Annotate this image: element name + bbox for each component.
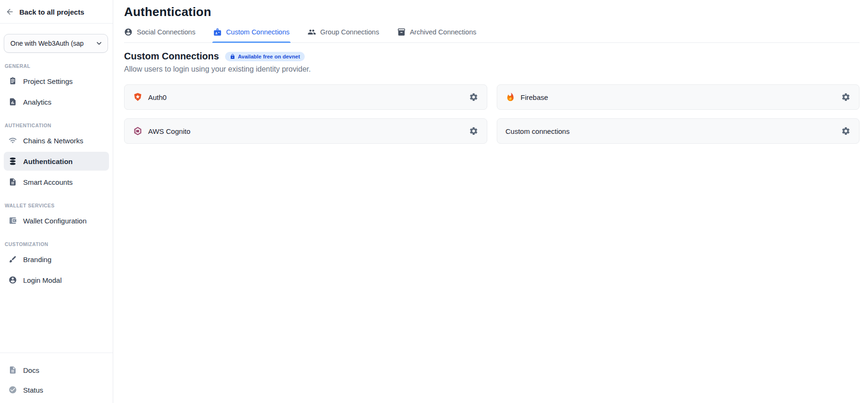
sidebar-item-analytics[interactable]: Analytics [4, 92, 109, 111]
archive-icon [397, 28, 406, 36]
wallet-icon [8, 216, 17, 225]
clipboard-icon [8, 77, 17, 85]
section-label-wallet-services: WALLET SERVICES [5, 203, 113, 208]
gear-icon [841, 92, 851, 102]
sidebar-item-label: Smart Accounts [23, 178, 73, 186]
sidebar-item-branding[interactable]: Branding [4, 250, 109, 269]
section-heading: Custom Connections [124, 51, 219, 62]
sidebar-item-project-settings[interactable]: Project Settings [4, 72, 109, 90]
sidebar-item-label: Analytics [23, 98, 51, 106]
main-content: Authentication Social Connections Custom… [113, 0, 868, 403]
sidebar: Back to all projects One with Web3Auth (… [0, 0, 113, 403]
lock-icon [230, 54, 235, 59]
tab-archived-connections[interactable]: Archived Connections [397, 28, 476, 42]
brush-icon [8, 255, 17, 263]
section-label-general: GENERAL [5, 63, 113, 69]
back-to-projects-button[interactable]: Back to all projects [0, 0, 113, 23]
card-aws-cognito[interactable]: AWS Cognito [124, 118, 487, 144]
sidebar-item-wallet-configuration[interactable]: Wallet Configuration [4, 211, 109, 230]
tab-label: Custom Connections [226, 28, 290, 36]
sidebar-item-label: Chains & Networks [23, 137, 83, 145]
project-selector-dropdown[interactable]: One with Web3Auth (sap [4, 34, 108, 53]
firebase-logo-icon [506, 92, 515, 102]
card-label: AWS Cognito [148, 127, 190, 135]
section-header: Custom Connections Available free on dev… [124, 51, 860, 62]
firebase-settings-button[interactable] [839, 90, 852, 104]
wifi-icon [8, 136, 17, 145]
badge-label: Available free on devnet [238, 54, 300, 59]
sidebar-item-smart-accounts[interactable]: Smart Accounts [4, 173, 109, 191]
devnet-badge: Available free on devnet [225, 52, 305, 61]
analytics-doc-icon [8, 98, 17, 106]
project-selector-value: One with Web3Auth (sap [10, 40, 92, 47]
gear-icon [841, 126, 851, 136]
page-title: Authentication [124, 5, 860, 19]
user-circle-icon [124, 28, 133, 36]
sidebar-item-authentication[interactable]: Authentication [4, 152, 109, 171]
sidebar-item-docs[interactable]: Docs [4, 361, 109, 379]
sidebar-item-login-modal[interactable]: Login Modal [4, 271, 109, 289]
sidebar-item-label: Authentication [23, 157, 73, 165]
aws-cognito-settings-button[interactable] [467, 124, 480, 138]
tab-custom-connections[interactable]: Custom Connections [213, 28, 290, 42]
chevron-down-icon [95, 40, 103, 47]
section-label-authentication: AUTHENTICATION [5, 123, 113, 128]
sidebar-footer: Docs Status [0, 353, 113, 403]
card-label: Firebase [521, 93, 548, 101]
sidebar-item-label: Docs [23, 366, 39, 374]
card-custom-connections[interactable]: Custom connections [497, 118, 860, 144]
sidebar-divider [0, 23, 113, 24]
arrow-left-icon [6, 8, 14, 16]
sidebar-item-chains-networks[interactable]: Chains & Networks [4, 131, 109, 150]
aws-cognito-logo-icon [133, 126, 142, 136]
section-label-customization: CUSTOMIZATION [5, 241, 113, 247]
tab-social-connections[interactable]: Social Connections [124, 28, 195, 42]
sidebar-item-label: Login Modal [23, 276, 62, 284]
badge-icon [213, 28, 222, 36]
sidebar-item-label: Wallet Configuration [23, 217, 87, 225]
sidebar-item-status[interactable]: Status [4, 380, 109, 399]
tab-label: Archived Connections [410, 28, 476, 36]
card-firebase[interactable]: Firebase [497, 84, 860, 110]
sidebar-item-label: Branding [23, 255, 51, 263]
tab-bar: Social Connections Custom Connections Gr… [124, 28, 860, 43]
sidebar-item-label: Project Settings [23, 77, 73, 85]
connection-cards-grid: Auth0 Firebase [124, 84, 860, 144]
auth0-logo-icon [133, 92, 142, 102]
tab-group-connections[interactable]: Group Connections [308, 28, 379, 42]
section-description: Allow users to login using your existing… [124, 65, 860, 74]
database-stack-icon [8, 157, 17, 165]
docs-icon [8, 366, 17, 374]
sidebar-item-label: Status [23, 386, 43, 394]
users-icon [308, 28, 316, 36]
card-label: Custom connections [506, 127, 570, 135]
gear-icon [469, 126, 478, 136]
sidebar-spacer [0, 290, 113, 353]
custom-connections-settings-button[interactable] [839, 124, 852, 138]
card-label: Auth0 [148, 93, 167, 101]
check-circle-icon [8, 386, 17, 394]
user-circle-icon [8, 276, 17, 284]
auth0-settings-button[interactable] [467, 90, 480, 104]
gear-icon [469, 92, 478, 102]
tab-label: Social Connections [137, 28, 195, 36]
document-icon [8, 178, 17, 186]
tab-label: Group Connections [320, 28, 379, 36]
back-label: Back to all projects [19, 8, 84, 16]
card-auth0[interactable]: Auth0 [124, 84, 487, 110]
